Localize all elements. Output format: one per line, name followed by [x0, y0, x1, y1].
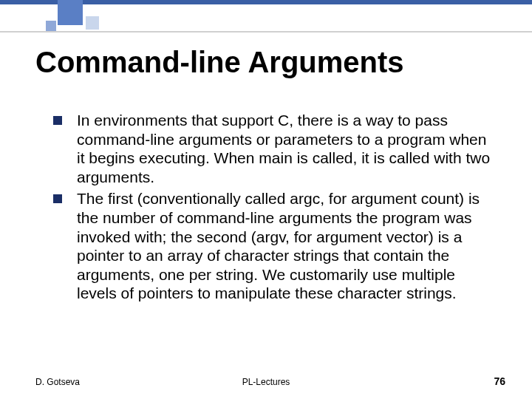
footer-center: PL-Lectures — [0, 377, 532, 387]
header-decoration — [0, 0, 532, 35]
bullet-icon — [53, 194, 62, 203]
slide: Command-line Arguments In environments t… — [0, 0, 532, 399]
list-item-text: The first (conventionally called argc, f… — [77, 189, 497, 303]
slide-title: Command-line Arguments — [35, 46, 404, 79]
list-item-text: In environments that support C, there is… — [77, 111, 497, 186]
divider-line — [0, 31, 532, 33]
footer-page-number: 76 — [494, 375, 505, 387]
square-small — [46, 21, 56, 31]
slide-footer: D. Gotseva PL-Lectures 76 — [0, 369, 532, 387]
list-item: The first (conventionally called argc, f… — [53, 189, 497, 303]
square-medium — [86, 16, 99, 30]
bullet-icon — [53, 116, 62, 125]
square-large — [58, 0, 83, 25]
list-item: In environments that support C, there is… — [53, 111, 497, 186]
slide-body: In environments that support C, there is… — [53, 111, 497, 306]
